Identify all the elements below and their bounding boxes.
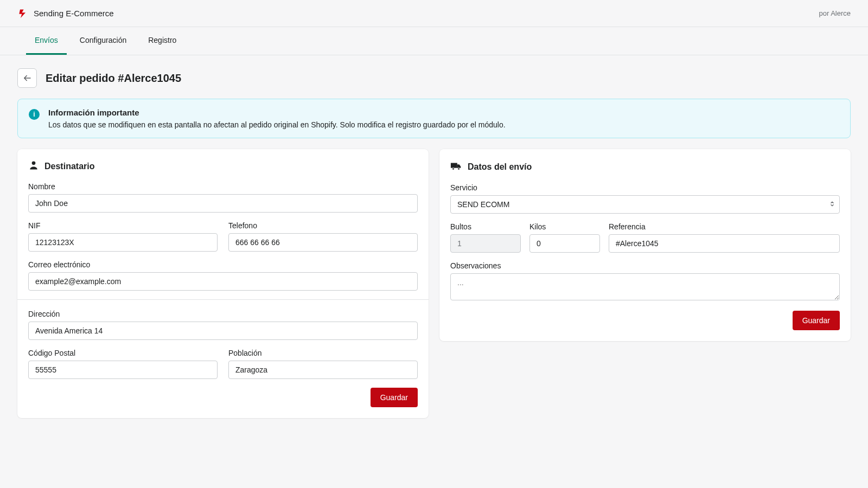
recipient-save-button[interactable]: Guardar bbox=[371, 388, 418, 407]
svg-point-0 bbox=[32, 162, 36, 165]
app-name: Sending E-Commerce bbox=[34, 9, 114, 18]
email-label: Correo electrónico bbox=[28, 260, 418, 269]
tab-registro[interactable]: Registro bbox=[139, 27, 185, 55]
brand: Sending E-Commerce bbox=[17, 8, 114, 19]
service-select[interactable]: SEND ECOMM bbox=[450, 195, 840, 214]
recipient-card: Destinatario Nombre NIF Telefono Correo … bbox=[17, 149, 429, 418]
postal-label: Código Postal bbox=[28, 349, 218, 357]
back-button[interactable] bbox=[17, 68, 37, 88]
svg-point-1 bbox=[452, 168, 455, 170]
vendor-label: por Alerce bbox=[819, 9, 851, 17]
alert-title: Información importante bbox=[48, 108, 506, 117]
city-input[interactable] bbox=[228, 361, 418, 379]
person-icon bbox=[28, 160, 39, 172]
email-input[interactable] bbox=[28, 272, 418, 291]
shipment-card-title: Datos del envío bbox=[468, 162, 532, 172]
phone-input[interactable] bbox=[228, 233, 418, 252]
page-body: Editar pedido #Alerce1045 i Información … bbox=[0, 55, 868, 431]
phone-label: Telefono bbox=[228, 221, 418, 230]
address-label: Dirección bbox=[28, 310, 418, 318]
name-label: Nombre bbox=[28, 182, 418, 191]
shipment-save-button[interactable]: Guardar bbox=[793, 311, 840, 330]
brand-logo-icon bbox=[17, 8, 28, 19]
notes-textarea[interactable] bbox=[450, 273, 840, 300]
nif-input[interactable] bbox=[28, 233, 218, 252]
svg-point-2 bbox=[458, 168, 460, 170]
reference-input[interactable] bbox=[609, 234, 840, 253]
recipient-card-title: Destinatario bbox=[44, 162, 94, 171]
shipment-card: Datos del envío Servicio SEND ECOMM Bult… bbox=[439, 149, 851, 341]
page-title: Editar pedido #Alerce1045 bbox=[46, 72, 181, 85]
tab-configuracion[interactable]: Configuración bbox=[71, 27, 135, 55]
postal-input[interactable] bbox=[28, 361, 218, 379]
reference-label: Referencia bbox=[609, 222, 840, 231]
kilos-input[interactable] bbox=[529, 234, 600, 253]
notes-label: Observaciones bbox=[450, 261, 840, 270]
name-input[interactable] bbox=[28, 194, 418, 213]
service-label: Servicio bbox=[450, 183, 840, 192]
nif-label: NIF bbox=[28, 221, 218, 230]
divider bbox=[17, 299, 429, 300]
topbar: Sending E-Commerce por Alerce bbox=[0, 0, 868, 27]
page-head: Editar pedido #Alerce1045 bbox=[17, 68, 851, 88]
truck-icon bbox=[450, 160, 462, 174]
info-alert: i Información importante Los datos que s… bbox=[17, 99, 851, 138]
packages-input bbox=[450, 234, 521, 253]
nav-tabs: Envíos Configuración Registro bbox=[0, 27, 868, 55]
address-input[interactable] bbox=[28, 322, 418, 340]
info-icon: i bbox=[29, 109, 40, 120]
kilos-label: Kilos bbox=[529, 222, 600, 231]
arrow-left-icon bbox=[22, 73, 32, 83]
city-label: Población bbox=[228, 349, 418, 357]
alert-text: Los datos que se modifiquen en esta pant… bbox=[48, 120, 506, 129]
tab-envios[interactable]: Envíos bbox=[26, 27, 67, 55]
packages-label: Bultos bbox=[450, 222, 521, 231]
